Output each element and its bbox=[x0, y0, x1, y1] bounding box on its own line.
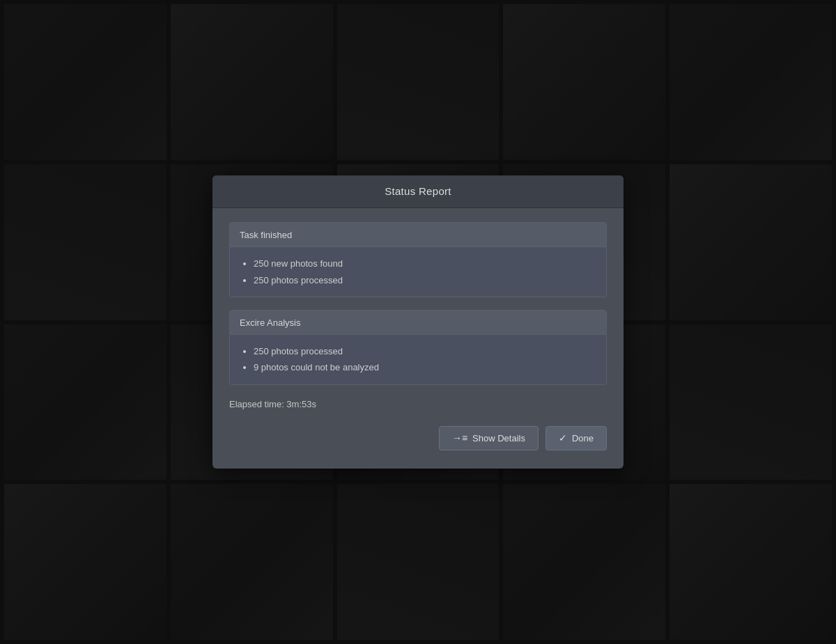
task-finished-label: Task finished bbox=[240, 230, 292, 240]
excire-analysis-label: Excire Analysis bbox=[240, 317, 300, 328]
checkmark-icon: ✓ bbox=[559, 433, 567, 443]
elapsed-time: Elapsed time: 3m:53s bbox=[229, 398, 607, 411]
dialog-body: Task finished 250 new photos found 250 p… bbox=[212, 208, 624, 469]
button-row: →≡ Show Details ✓ Done bbox=[229, 423, 607, 455]
list-item: 250 new photos found bbox=[254, 256, 596, 272]
show-details-label: Show Details bbox=[472, 433, 525, 443]
task-finished-list: 250 new photos found 250 photos processe… bbox=[240, 256, 596, 288]
modal-backdrop: Status Report Task finished 250 new phot… bbox=[0, 0, 836, 644]
excire-analysis-section: Excire Analysis 250 photos processed 9 p… bbox=[229, 310, 607, 385]
excire-analysis-list: 250 photos processed 9 photos could not … bbox=[240, 343, 596, 376]
excire-analysis-header: Excire Analysis bbox=[230, 311, 606, 335]
done-button[interactable]: ✓ Done bbox=[545, 426, 607, 450]
list-item: 250 photos processed bbox=[254, 272, 596, 288]
dialog-header: Status Report bbox=[212, 175, 624, 208]
list-item: 250 photos processed bbox=[254, 343, 596, 359]
task-finished-content: 250 new photos found 250 photos processe… bbox=[230, 247, 606, 297]
show-details-icon: →≡ bbox=[452, 433, 467, 443]
excire-analysis-content: 250 photos processed 9 photos could not … bbox=[230, 335, 606, 384]
status-report-dialog: Status Report Task finished 250 new phot… bbox=[212, 175, 624, 469]
list-item: 9 photos could not be analyzed bbox=[254, 359, 596, 375]
task-finished-header: Task finished bbox=[230, 223, 606, 247]
show-details-button[interactable]: →≡ Show Details bbox=[439, 426, 539, 450]
dialog-title: Status Report bbox=[385, 185, 451, 197]
done-label: Done bbox=[572, 433, 594, 443]
task-finished-section: Task finished 250 new photos found 250 p… bbox=[229, 222, 607, 297]
